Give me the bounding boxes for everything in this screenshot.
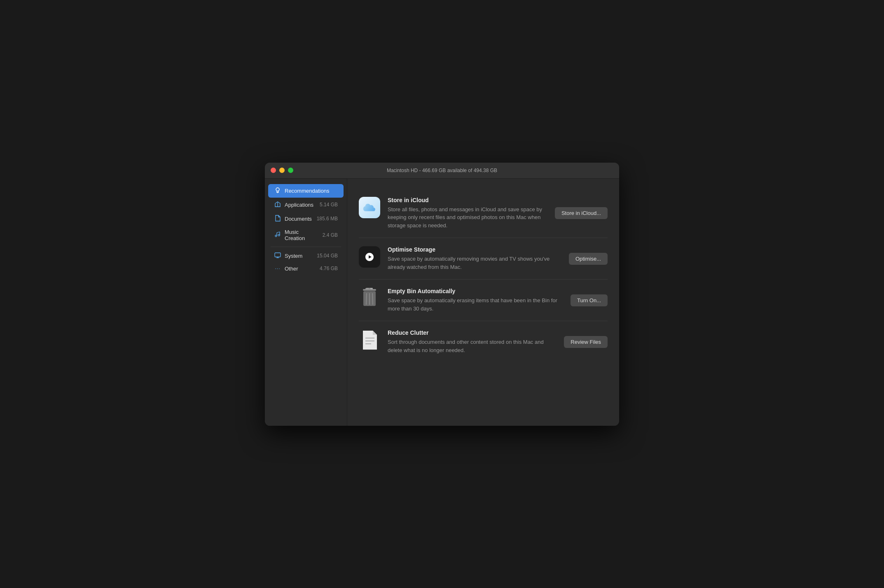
icloud-recommendation: Store in iCloud Store all files, photos … [359, 189, 608, 238]
sidebar-divider [271, 247, 341, 247]
applications-label: Applications [285, 202, 316, 208]
review-files-button[interactable]: Review Files [564, 336, 608, 348]
documents-icon [274, 215, 281, 223]
svg-line-14 [366, 293, 367, 305]
optimise-action: Optimise... [569, 253, 608, 265]
system-label: System [285, 253, 313, 259]
empty-bin-title: Empty Bin Automatically [388, 288, 563, 294]
music-size: 2.4 GB [323, 232, 338, 238]
trash-icon [359, 288, 380, 309]
optimise-recommendation: Optimise Storage Save space by automatic… [359, 238, 608, 279]
appletv-icon [359, 246, 380, 268]
icloud-button[interactable]: Store in iCloud... [555, 207, 608, 219]
music-icon [274, 231, 281, 239]
svg-rect-8 [275, 253, 281, 257]
maximize-button[interactable] [288, 168, 293, 173]
other-label: Other [285, 266, 316, 272]
traffic-lights [271, 168, 293, 173]
reduce-clutter-recommendation: Reduce Clutter Sort through documents an… [359, 321, 608, 362]
other-icon: ··· [274, 266, 281, 271]
svg-line-16 [372, 293, 373, 305]
optimise-title: Optimise Storage [388, 246, 561, 253]
empty-bin-body: Empty Bin Automatically Save space by au… [388, 288, 563, 313]
content-area: Recommendations Applications 5.14 GB [265, 179, 619, 426]
optimise-desc: Save space by automatically removing mov… [388, 255, 561, 271]
reduce-clutter-body: Reduce Clutter Sort through documents an… [388, 329, 557, 354]
storage-management-window: Macintosh HD - 466.69 GB available of 49… [265, 163, 619, 426]
recommendations-icon [274, 187, 281, 195]
documents-size: 185.6 MB [317, 216, 338, 222]
icloud-title: Store in iCloud [388, 197, 547, 203]
sidebar-item-music[interactable]: Music Creation 2.4 GB [268, 226, 344, 244]
sidebar-item-other[interactable]: ··· Other 4.76 GB [268, 263, 344, 275]
icloud-desc: Store all files, photos and messages in … [388, 205, 547, 230]
empty-bin-recommendation: Empty Bin Automatically Save space by au… [359, 279, 608, 321]
sidebar-item-system[interactable]: System 15.04 GB [268, 250, 344, 262]
main-content: Store in iCloud Store all files, photos … [347, 179, 619, 426]
sidebar-item-documents[interactable]: Documents 185.6 MB [268, 212, 344, 226]
reduce-clutter-desc: Sort through documents and other content… [388, 338, 557, 354]
minimize-button[interactable] [279, 168, 285, 173]
system-size: 15.04 GB [317, 253, 338, 259]
close-button[interactable] [271, 168, 276, 173]
empty-bin-desc: Save space by automatically erasing item… [388, 296, 563, 313]
icloud-body: Store in iCloud Store all files, photos … [388, 197, 547, 230]
sidebar: Recommendations Applications 5.14 GB [265, 179, 347, 426]
other-size: 4.76 GB [320, 266, 338, 271]
svg-point-0 [276, 188, 279, 191]
system-icon [274, 252, 281, 259]
empty-bin-button[interactable]: Turn On... [571, 294, 608, 306]
icloud-icon [359, 197, 380, 218]
reduce-clutter-action: Review Files [564, 336, 608, 348]
titlebar: Macintosh HD - 466.69 GB available of 49… [265, 163, 619, 179]
optimise-button[interactable]: Optimise... [569, 253, 608, 265]
icloud-action: Store in iCloud... [555, 207, 608, 219]
applications-icon [274, 201, 281, 209]
recommendations-label: Recommendations [285, 188, 338, 194]
empty-bin-action: Turn On... [571, 294, 608, 306]
svg-line-7 [277, 232, 280, 233]
sidebar-item-applications[interactable]: Applications 5.14 GB [268, 198, 344, 212]
window-title: Macintosh HD - 466.69 GB available of 49… [387, 168, 497, 173]
music-label: Music Creation [285, 229, 319, 241]
applications-size: 5.14 GB [320, 202, 338, 208]
svg-rect-18 [370, 288, 373, 289]
sidebar-item-recommendations[interactable]: Recommendations [268, 184, 344, 198]
reduce-clutter-title: Reduce Clutter [388, 329, 557, 336]
optimise-body: Optimise Storage Save space by automatic… [388, 246, 561, 271]
document-icon [359, 329, 380, 351]
documents-label: Documents [285, 216, 313, 222]
